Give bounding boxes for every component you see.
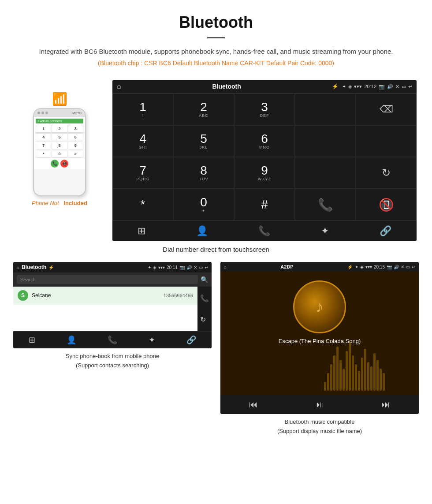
phone-not-included-label: Phone Not Included bbox=[32, 200, 87, 206]
music-bt-icon: ✦ bbox=[355, 265, 358, 269]
phone-status-dots bbox=[37, 112, 48, 114]
pb-status-bar: ⌂ Bluetooth ⚡ ✦ ◈ ▾▾▾ 20:11 📷 🔊 ✕ ▭ ↩ bbox=[13, 262, 212, 273]
music-loc-icon: ◈ bbox=[360, 265, 364, 269]
phonebook-card: ⌂ Bluetooth ⚡ ✦ ◈ ▾▾▾ 20:11 📷 🔊 ✕ ▭ ↩ bbox=[13, 262, 212, 436]
waveform-bar bbox=[333, 355, 335, 391]
key-9-num: 9 bbox=[261, 164, 268, 177]
phone-header-bar: + Add to Contacts bbox=[36, 119, 83, 123]
waveform-bar bbox=[324, 382, 326, 391]
key-hash[interactable]: # bbox=[234, 189, 295, 220]
contact-letter: S bbox=[18, 290, 28, 301]
refresh-cell[interactable]: ↻ bbox=[356, 157, 417, 189]
key-7[interactable]: 7 PQRS bbox=[112, 157, 173, 189]
status-icons: ✦ ◈ ▾▾▾ 20:12 📷 🔊 ✕ ▭ ↩ bbox=[342, 84, 412, 90]
pb-link-icon[interactable]: 🔗 bbox=[186, 335, 196, 345]
phone-key-6: 6 bbox=[68, 133, 83, 141]
key-6[interactable]: 6 MNO bbox=[234, 125, 295, 157]
key-4[interactable]: 4 GHI bbox=[112, 125, 173, 157]
pb-grid-icon[interactable]: ⊞ bbox=[29, 335, 35, 345]
pb-vol-icon[interactable]: 🔊 bbox=[186, 265, 192, 270]
music-usb-icon: ⚡ bbox=[347, 265, 353, 269]
waveform-bar bbox=[364, 349, 366, 391]
x-icon[interactable]: ✕ bbox=[395, 84, 399, 90]
link-icon[interactable]: 🔗 bbox=[380, 225, 391, 237]
pb-bt-bottom-icon[interactable]: ✦ bbox=[149, 335, 155, 345]
pb-contacts-active-icon[interactable]: 👤 bbox=[67, 335, 76, 345]
phone-key-5: 5 bbox=[52, 133, 67, 141]
pb-phone-side-icon[interactable]: 📞 bbox=[200, 294, 209, 302]
music-lay-icon[interactable]: ▭ bbox=[406, 265, 410, 269]
pb-lay-icon[interactable]: ▭ bbox=[199, 265, 203, 270]
prev-icon[interactable]: ⏮ bbox=[249, 399, 258, 410]
pb-phone-icon[interactable]: 📞 bbox=[108, 335, 117, 345]
music-body: ♪ Escape (The Pina Colada Song) bbox=[220, 272, 419, 395]
page-header: Bluetooth Integrated with BC6 Bluetooth … bbox=[0, 0, 432, 80]
page-description: Integrated with BC6 Bluetooth module, su… bbox=[26, 46, 406, 57]
car-status-bar: ⌂ Bluetooth ⚡ ✦ ◈ ▾▾▾ 20:12 📷 🔊 ✕ ▭ ↩ bbox=[112, 80, 417, 93]
volume-icon[interactable]: 🔊 bbox=[387, 84, 393, 90]
pb-search-placeholder: Search bbox=[20, 277, 36, 282]
contact-phone: 13566664466 bbox=[164, 293, 193, 298]
music-waveform bbox=[320, 272, 419, 395]
end-call-cell[interactable]: 📵 bbox=[356, 189, 417, 220]
waveform-bar bbox=[358, 371, 360, 391]
music-cam-icon[interactable]: 📷 bbox=[387, 265, 392, 269]
layout-icon[interactable]: ▭ bbox=[402, 84, 406, 90]
key-1[interactable]: 1 ⌇ bbox=[112, 93, 173, 125]
music-back-icon[interactable]: ↩ bbox=[412, 265, 415, 269]
key-2-num: 2 bbox=[200, 101, 207, 113]
empty-contacts bbox=[13, 305, 197, 331]
key-8[interactable]: 8 TUV bbox=[173, 157, 234, 189]
music-screen: ⌂ A2DP ⚡ ✦ ◈ ▾▾▾ 20:15 📷 🔊 ✕ ▭ ↩ bbox=[220, 262, 419, 414]
call-cell[interactable]: 📞 bbox=[295, 189, 356, 220]
empty-r2c5 bbox=[356, 125, 417, 157]
key-9[interactable]: 9 WXYZ bbox=[234, 157, 295, 189]
contacts-icon[interactable]: 👤 bbox=[196, 225, 208, 237]
bluetooth-icon[interactable]: ✦ bbox=[321, 225, 329, 237]
music-vol-icon[interactable]: 🔊 bbox=[394, 265, 399, 269]
camera-icon[interactable]: 📷 bbox=[379, 84, 385, 90]
play-pause-icon[interactable]: ⏯ bbox=[315, 399, 324, 410]
bt-status-icon: ✦ bbox=[342, 84, 346, 90]
backspace-cell[interactable]: ⌫ bbox=[356, 93, 417, 125]
pb-search-icon[interactable]: 🔍 bbox=[201, 276, 208, 283]
grid-icon[interactable]: ⊞ bbox=[138, 225, 145, 237]
phone-screen: + Add to Contacts 1 2 3 4 5 6 7 8 9 * 0 … bbox=[34, 117, 85, 169]
key-star[interactable]: * bbox=[112, 189, 173, 220]
music-controls: ⏮ ⏯ ⏭ bbox=[220, 395, 419, 414]
pb-x-icon[interactable]: ✕ bbox=[194, 265, 197, 270]
phone-icon[interactable]: 📞 bbox=[258, 225, 270, 237]
waveform-bar bbox=[373, 353, 376, 391]
waveform-bar bbox=[327, 373, 329, 391]
phone-included-text: Included bbox=[63, 200, 87, 206]
music-home-icon[interactable]: ⌂ bbox=[224, 265, 227, 269]
pb-home-icon[interactable]: ⌂ bbox=[17, 265, 19, 270]
next-icon[interactable]: ⏭ bbox=[381, 399, 390, 410]
pb-back-icon[interactable]: ↩ bbox=[205, 265, 208, 270]
key-5[interactable]: 5 JKL bbox=[173, 125, 234, 157]
status-time: 20:12 bbox=[364, 84, 376, 89]
music-caption-line2: (Support display music file name) bbox=[277, 428, 362, 434]
music-x-icon[interactable]: ✕ bbox=[401, 265, 404, 269]
pb-title: Bluetooth bbox=[22, 264, 46, 270]
pb-search-box[interactable]: Search bbox=[17, 275, 198, 284]
phonebook-caption-line2: (Support contacts searching) bbox=[76, 362, 149, 369]
home-icon[interactable]: ⌂ bbox=[117, 82, 121, 90]
back-icon[interactable]: ↩ bbox=[408, 84, 412, 90]
phone-key-hash: # bbox=[68, 150, 83, 158]
music-caption-line1: Bluetooth music compatible bbox=[285, 418, 355, 425]
key-2-sub: ABC bbox=[199, 113, 209, 118]
phonebook-caption: Sync phone-book from mobile phone (Suppo… bbox=[13, 352, 212, 370]
pb-cam-icon[interactable]: 📷 bbox=[179, 265, 185, 270]
waveform-bar bbox=[346, 351, 348, 391]
waveform-bar bbox=[339, 360, 342, 391]
pb-time: 20:11 bbox=[167, 265, 178, 270]
page-title: Bluetooth bbox=[26, 13, 406, 32]
pb-refresh-side-icon[interactable]: ↻ bbox=[200, 315, 209, 324]
contact-row[interactable]: S Seicane 13566664466 bbox=[13, 287, 197, 305]
key-0[interactable]: 0 + bbox=[173, 189, 234, 220]
key-2[interactable]: 2 ABC bbox=[173, 93, 234, 125]
key-3[interactable]: 3 DEF bbox=[234, 93, 295, 125]
waveform-bar bbox=[343, 369, 345, 391]
contact-name: Seicane bbox=[32, 292, 164, 299]
